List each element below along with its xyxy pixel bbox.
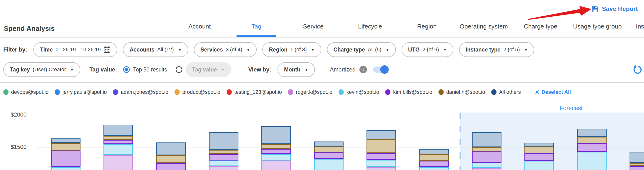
filter-pill-services[interactable]: Services3 (of 4)▼ <box>194 42 257 57</box>
bar-segment-all-others[interactable] <box>314 141 344 146</box>
bar-segment-roger-k-spot-io[interactable] <box>104 155 133 170</box>
view-by-dropdown[interactable]: Month ▼ <box>278 62 315 77</box>
filter-pill-accounts[interactable]: AccountsAll (12)▼ <box>123 42 188 57</box>
legend-item[interactable]: kim.bills@spot.io <box>385 89 432 95</box>
legend-item[interactable]: devops@spot.io <box>3 89 48 95</box>
bar-segment-all-others[interactable] <box>104 125 133 136</box>
tag-key-dropdown[interactable]: Tag key (User) Creator ▼ <box>3 62 80 77</box>
bar-segment-all-others[interactable] <box>577 129 606 137</box>
bar-segment-roger-k-spot-io[interactable] <box>262 160 291 170</box>
bar-segment-kim-bills-spot-io[interactable] <box>472 151 502 163</box>
stacked-bar-1[interactable] <box>51 138 80 170</box>
charge-type-value: All (5) <box>368 47 381 53</box>
tab-account[interactable]: Account <box>171 0 228 37</box>
bar-segment-all-others[interactable] <box>209 132 238 150</box>
tag-value-radio[interactable] <box>176 66 182 73</box>
bar-segment-roger-k-spot-io[interactable] <box>472 168 502 170</box>
bar-segment-kim-bills-spot-io[interactable] <box>577 143 606 152</box>
tab-lifecycle[interactable]: Lifecycle <box>342 0 398 37</box>
stacked-bar-12-forecast[interactable] <box>630 152 644 170</box>
tag-value-dropdown-disabled[interactable]: Tag value ▼ <box>186 62 231 77</box>
tab-region[interactable]: Region <box>398 0 455 37</box>
filter-pill-charge-type[interactable]: Charge typeAll (5)▼ <box>327 42 396 57</box>
reset-filters-icon[interactable] <box>632 65 642 74</box>
bar-segment-kim-bills-spot-io[interactable] <box>524 153 554 160</box>
bar-segment-daniel-n-spot-io[interactable] <box>314 146 344 152</box>
bar-segment-daniel-n-spot-io[interactable] <box>577 137 606 143</box>
bar-segment-daniel-n-spot-io[interactable] <box>104 136 133 140</box>
bar-segment-kim-bills-spot-io[interactable] <box>366 153 396 160</box>
bar-segment-kim-bills-spot-io[interactable] <box>209 154 238 160</box>
top50-radio[interactable] <box>123 66 130 73</box>
bar-segment-kim-bills-spot-io[interactable] <box>630 166 644 170</box>
bar-segment-daniel-n-spot-io[interactable] <box>209 150 238 154</box>
bar-segment-kevin-spot-io[interactable] <box>51 167 80 170</box>
legend-item[interactable]: adam.jones@spot.io <box>113 89 168 95</box>
bar-segment-kevin-spot-io[interactable] <box>209 160 238 166</box>
stacked-bar-6[interactable] <box>314 141 344 170</box>
bar-segment-roger-k-spot-io[interactable] <box>366 167 396 170</box>
bar-segment-all-others[interactable] <box>630 152 644 163</box>
legend-item[interactable]: roger.k@spot.io <box>288 89 332 95</box>
bar-segment-kim-bills-spot-io[interactable] <box>51 150 80 167</box>
stacked-bar-9-forecast[interactable] <box>472 132 502 170</box>
bar-segment-all-others[interactable] <box>262 126 291 144</box>
filter-pill-utg[interactable]: UTG2 (of 6)▼ <box>402 42 454 57</box>
stacked-bar-3[interactable] <box>156 142 186 170</box>
save-report-button[interactable]: Save Report <box>592 5 638 13</box>
bar-segment-kevin-spot-io[interactable] <box>472 163 502 168</box>
stacked-bar-7[interactable] <box>366 130 396 170</box>
stacked-bar-5[interactable] <box>262 126 291 170</box>
bar-segment-daniel-n-spot-io[interactable] <box>366 139 396 153</box>
bar-segment-daniel-n-spot-io[interactable] <box>262 144 291 149</box>
stacked-bar-11-forecast[interactable] <box>577 129 606 170</box>
bar-segment-kevin-spot-io[interactable] <box>366 160 396 167</box>
bar-segment-kevin-spot-io[interactable] <box>577 152 606 170</box>
filter-pill-instance-type[interactable]: Instance type2 (of 5)▼ <box>459 42 534 57</box>
tab-charge-type[interactable]: Charge type <box>512 0 569 37</box>
legend-item[interactable]: testing_123@spot.io <box>226 89 282 95</box>
bar-segment-daniel-n-spot-io[interactable] <box>156 155 186 163</box>
bar-segment-kevin-spot-io[interactable] <box>419 167 449 170</box>
legend-color-dot <box>338 89 344 95</box>
bar-segment-kevin-spot-io[interactable] <box>314 159 344 170</box>
bar-segment-all-others[interactable] <box>472 132 502 147</box>
bar-segment-roger-k-spot-io[interactable] <box>209 166 238 170</box>
bar-segment-kevin-spot-io[interactable] <box>262 154 291 160</box>
bar-segment-all-others[interactable] <box>156 142 186 155</box>
stacked-bar-2[interactable] <box>104 125 133 170</box>
bar-segment-all-others[interactable] <box>366 130 396 139</box>
bar-segment-kim-bills-spot-io[interactable] <box>104 140 133 144</box>
stacked-bar-8[interactable] <box>419 149 449 170</box>
tab-operating-system[interactable]: Operating system <box>455 0 512 37</box>
bar-segment-daniel-n-spot-io[interactable] <box>51 143 80 150</box>
bar-segment-kevin-spot-io[interactable] <box>524 161 554 170</box>
bar-segment-kevin-spot-io[interactable] <box>104 144 133 155</box>
bar-segment-all-others[interactable] <box>51 138 80 143</box>
tab-service[interactable]: Service <box>285 0 342 37</box>
legend-item[interactable]: product@spot.io <box>174 89 220 95</box>
legend-item[interactable]: kevin@spot.io <box>338 89 379 95</box>
bar-segment-daniel-n-spot-io[interactable] <box>472 147 502 151</box>
stacked-bar-4[interactable] <box>209 132 238 170</box>
filter-pill-region[interactable]: Region1 (of 3)▼ <box>262 42 321 57</box>
bar-segment-daniel-n-spot-io[interactable] <box>419 154 449 161</box>
bar-segment-all-others[interactable] <box>419 149 449 154</box>
bar-segment-kim-bills-spot-io[interactable] <box>314 152 344 159</box>
amortized-toggle[interactable] <box>373 66 387 73</box>
deselect-all-button[interactable]: ×Deselect All <box>535 89 571 96</box>
bar-segment-daniel-n-spot-io[interactable] <box>524 146 554 153</box>
tab-tag[interactable]: Tag <box>228 0 285 37</box>
filter-row-primary: Filter by: Time01.26.19 - 10.26.19Accoun… <box>3 42 534 57</box>
legend-item[interactable]: daniel.n@spot.io <box>438 89 485 95</box>
legend-item[interactable]: jerry.pauls@spot.io <box>55 89 107 95</box>
legend-item[interactable]: All others <box>491 89 521 95</box>
bar-segment-all-others[interactable] <box>524 143 554 147</box>
bar-segment-kim-bills-spot-io[interactable] <box>419 161 449 167</box>
filter-pill-time[interactable]: Time01.26.19 - 10.26.19 <box>34 42 117 57</box>
bar-segment-daniel-n-spot-io[interactable] <box>630 163 644 166</box>
info-icon[interactable]: i <box>360 66 367 73</box>
stacked-bar-10-forecast[interactable] <box>524 143 554 170</box>
bar-segment-kim-bills-spot-io[interactable] <box>156 163 186 170</box>
bar-segment-kim-bills-spot-io[interactable] <box>262 149 291 154</box>
